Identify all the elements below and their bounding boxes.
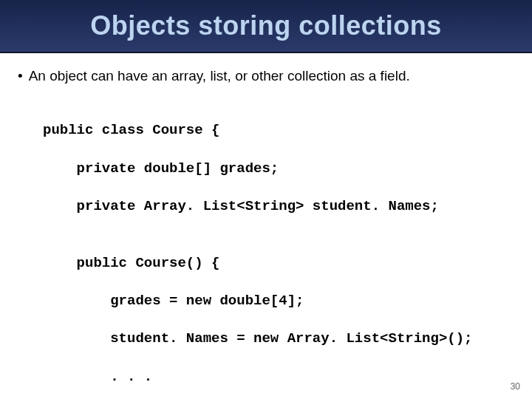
code-block: public class Course { private double[] g… [43, 103, 514, 399]
code-line: private double[] grades; [43, 160, 514, 179]
slide: Objects storing collections • An object … [0, 0, 532, 399]
code-line: student. Names = new Array. List<String>… [43, 330, 514, 349]
code-line: public class Course { [43, 121, 514, 140]
code-line: public Course() { [43, 254, 514, 273]
code-line: private Array. List<String> student. Nam… [43, 197, 514, 216]
code-line: . . . [43, 368, 514, 387]
page-number: 30 [511, 381, 520, 392]
bullet-text: An object can have an array, list, or ot… [29, 66, 410, 86]
slide-title: Objects storing collections [90, 10, 442, 41]
title-bar: Objects storing collections [0, 0, 532, 53]
bullet-item: • An object can have an array, list, or … [18, 66, 514, 86]
bullet-glyph: • [18, 66, 23, 86]
code-line: grades = new double[4]; [43, 292, 514, 311]
slide-content: • An object can have an array, list, or … [0, 53, 532, 399]
